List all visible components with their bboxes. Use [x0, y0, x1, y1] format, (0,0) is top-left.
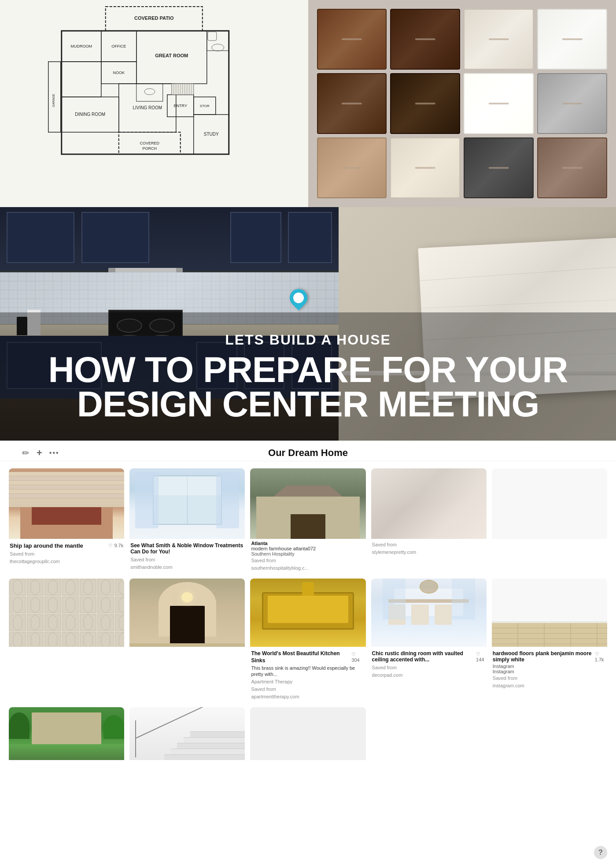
pin-image — [250, 707, 365, 760]
pin-source: thecottagegroupllc.com — [10, 557, 123, 565]
pin-saved-from: Saved from — [372, 541, 486, 548]
pin-card[interactable]: Ship lap around the mantle ♡ 9.7k Saved … — [9, 468, 124, 573]
main-title-text: HOW TO PREPARE FOR YOUR DESIGN CENTER ME… — [9, 352, 607, 421]
subtitle-text: LETS BUILD A HOUSE — [225, 332, 391, 348]
cabinet-sample — [464, 9, 534, 70]
svg-text:MUDROOM: MUDROOM — [71, 44, 92, 48]
pin-source-url: southernhospitalityblog.c... — [251, 564, 365, 571]
pin-image — [371, 579, 487, 647]
pin-save-count: Ship lap around the mantle ♡ 9.7k — [10, 541, 123, 550]
svg-text:COVERED PATIO: COVERED PATIO — [134, 15, 174, 21]
pin-source: decorpad.com — [372, 671, 486, 679]
pin-saved-from: Saved from — [372, 664, 486, 671]
cabinet-sample — [317, 137, 387, 198]
cabinet-sample — [464, 73, 534, 134]
cabinet-sample — [317, 73, 387, 134]
svg-text:STOR: STOR — [200, 104, 210, 108]
floor-plan-svg: COVERED PATIO MUDROOM OFFICE GREAT ROOM … — [0, 0, 308, 207]
pin-title: The World's Most Beautiful Kitchen Sinks — [251, 650, 351, 664]
pin-source: stylemenepretty.com — [372, 548, 486, 556]
pin-title: Atlanta — [251, 541, 365, 546]
pin-title: Ship lap around the mantle — [10, 542, 83, 549]
cabinet-grid — [308, 0, 616, 207]
pin-card[interactable]: Chic rustic dining room with vaulted cei… — [371, 579, 487, 702]
pin-card[interactable]: hardwood floors plank benjamin moore sim… — [492, 579, 607, 702]
cabinet-sample — [390, 73, 460, 134]
svg-text:STUDY: STUDY — [204, 132, 219, 137]
pinterest-section: ✏ + ••• Our Dream Home — [0, 441, 616, 771]
svg-rect-53 — [492, 623, 607, 647]
pin-card[interactable]: Atlanta modern farmhouse atlanta072 Sout… — [250, 468, 365, 573]
pinterest-grid: Ship lap around the mantle ♡ 9.7k Saved … — [0, 461, 616, 771]
pin-image — [9, 468, 124, 539]
more-icon[interactable]: ••• — [49, 449, 59, 457]
pin-saved-from: Saved from — [493, 674, 606, 682]
pin-image — [371, 468, 487, 539]
add-icon[interactable]: + — [37, 447, 42, 459]
cabinet-sample — [390, 137, 460, 198]
pin-source-name: Instagram — [493, 664, 606, 669]
pin-save-count: Chic rustic dining room with vaulted cei… — [372, 649, 486, 664]
pinterest-title: Our Dream Home — [268, 447, 348, 459]
pin-card[interactable] — [9, 579, 124, 702]
pin-title: See What Smith & Noble Window Treatments… — [130, 542, 244, 555]
pin-saved-from: Saved from — [251, 685, 365, 693]
question-mark-button[interactable]: ? — [594, 846, 607, 859]
pin-source: smithandnoble.com — [130, 563, 244, 571]
pin-saved-from: Saved from — [10, 550, 123, 557]
pin-card[interactable]: Saved from stylemenepretty.com — [371, 468, 487, 573]
pin-image — [250, 468, 365, 539]
cabinet-sample — [537, 9, 607, 70]
pin-source-url: instagram.com — [493, 682, 606, 689]
cabinet-sample — [537, 73, 607, 134]
pin-card[interactable] — [492, 468, 607, 573]
pin-card[interactable]: See What Smith & Noble Window Treatments… — [129, 468, 245, 573]
pin-source: Southern Hospitality — [251, 551, 365, 556]
pin-card[interactable]: The World's Most Beautiful Kitchen Sinks… — [250, 579, 365, 702]
top-images-section: COVERED PATIO MUDROOM OFFICE GREAT ROOM … — [0, 0, 616, 207]
pin-card[interactable] — [250, 707, 365, 764]
cabinet-sample — [317, 9, 387, 70]
pin-marker — [290, 289, 307, 307]
pin-saved-from: Saved from — [251, 556, 365, 564]
pin-image — [250, 579, 365, 647]
pin-card[interactable] — [129, 579, 245, 702]
cabinet-sample — [464, 137, 534, 198]
svg-text:PORCH: PORCH — [142, 146, 157, 151]
pin-image — [129, 707, 245, 760]
pin-save-count: hardwood floors plank benjamin moore sim… — [493, 649, 606, 664]
pin-source-sub: Instagram — [493, 669, 606, 674]
edit-icon[interactable]: ✏ — [22, 448, 30, 458]
pin-saved-from: Saved from — [130, 556, 244, 563]
pin-description: This brass sink is amazing!! Would espec… — [251, 665, 365, 678]
svg-rect-49 — [9, 579, 124, 647]
svg-text:COVERED: COVERED — [140, 141, 159, 145]
svg-text:NOOK: NOOK — [113, 70, 125, 75]
pin-card[interactable] — [129, 707, 245, 764]
svg-text:DINING ROOM: DINING ROOM — [75, 112, 105, 117]
cabinet-sample — [390, 9, 460, 70]
pin-image — [492, 579, 607, 647]
pin-save-count: The World's Most Beautiful Kitchen Sinks… — [251, 649, 365, 665]
pinterest-actions: ✏ + ••• — [22, 447, 59, 459]
cabinet-samples-container — [308, 0, 616, 207]
pin-image — [9, 707, 124, 760]
pin-source-url: apartmenttherapy.com — [251, 693, 365, 700]
pin-save-count: See What Smith & Noble Window Treatments… — [130, 541, 244, 556]
svg-text:LIVING ROOM: LIVING ROOM — [133, 105, 162, 110]
pin-image — [129, 468, 245, 539]
floor-plan-container: COVERED PATIO MUDROOM OFFICE GREAT ROOM … — [0, 0, 308, 207]
pin-image — [129, 579, 245, 647]
pin-image — [9, 579, 124, 647]
svg-text:GREAT ROOM: GREAT ROOM — [155, 53, 188, 58]
pin-card[interactable] — [9, 707, 124, 764]
pin-source: Apartment Therapy — [251, 678, 365, 685]
svg-text:GARAGE: GARAGE — [52, 94, 55, 107]
cabinet-sample — [537, 137, 607, 198]
text-overlay: LETS BUILD A HOUSE HOW TO PREPARE FOR YO… — [0, 312, 616, 441]
pin-image — [492, 468, 607, 539]
pin-title: hardwood floors plank benjamin moore sim… — [493, 650, 595, 663]
svg-text:ENTRY: ENTRY — [174, 104, 187, 108]
pin-title: Chic rustic dining room with vaulted cei… — [372, 650, 476, 663]
middle-section: LETS BUILD A HOUSE HOW TO PREPARE FOR YO… — [0, 207, 616, 441]
